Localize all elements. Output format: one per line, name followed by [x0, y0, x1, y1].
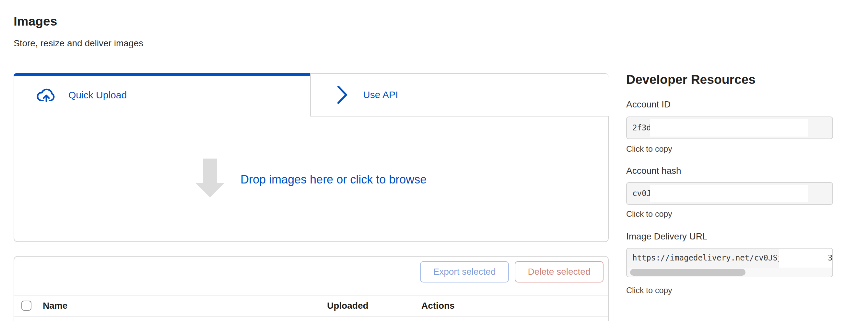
image-delivery-url-copy-hint: Click to copy	[626, 285, 672, 295]
image-delivery-url-field[interactable]: https://imagedelivery.net/cv0JSj 3	[626, 248, 833, 277]
account-hash-field[interactable]: cv0J	[626, 182, 833, 205]
account-hash-copy-hint: Click to copy	[626, 209, 672, 219]
chevron-right-icon	[337, 86, 347, 104]
account-id-label: Account ID	[626, 99, 671, 110]
account-hash-label: Account hash	[626, 165, 681, 176]
delete-selected-button[interactable]: Delete selected	[515, 261, 603, 283]
horizontal-scrollbar-track	[627, 268, 832, 277]
clipped-url-character: 3	[828, 249, 832, 267]
export-selected-button[interactable]: Export selected	[420, 261, 509, 283]
developer-resources-title: Developer Resources	[626, 72, 755, 87]
page-title: Images	[13, 14, 57, 29]
tab-quick-upload-label: Quick Upload	[68, 89, 127, 101]
redaction-overlay	[779, 249, 833, 268]
column-header-name: Name	[43, 300, 67, 311]
table-header-row: Name Uploaded Actions	[14, 295, 608, 317]
tab-use-api[interactable]: Use API	[310, 74, 609, 116]
horizontal-scrollbar-thumb[interactable]	[630, 269, 745, 276]
redaction-overlay	[650, 185, 808, 202]
tab-use-api-label: Use API	[363, 89, 398, 101]
images-page: Images Store, resize and deliver images …	[0, 0, 868, 321]
image-dropzone[interactable]: Drop images here or click to browse	[14, 116, 608, 242]
redaction-overlay	[650, 119, 808, 137]
images-table-card: Export selected Delete selected Name Upl…	[13, 256, 609, 321]
account-id-copy-hint: Click to copy	[626, 144, 672, 154]
select-all-checkbox[interactable]	[21, 300, 31, 311]
image-delivery-url-value: https://imagedelivery.net/cv0JSj	[632, 249, 782, 268]
cloud-upload-icon	[36, 88, 56, 103]
account-id-value: 2f3d	[632, 117, 651, 139]
page-subtitle: Store, resize and deliver images	[13, 38, 143, 48]
column-header-uploaded: Uploaded	[327, 300, 369, 311]
image-delivery-url-label: Image Delivery URL	[626, 231, 708, 242]
dropzone-label: Drop images here or click to browse	[241, 173, 427, 187]
upload-card: Quick Upload Use API Drop images here or…	[13, 73, 609, 242]
tab-quick-upload[interactable]: Quick Upload	[14, 74, 310, 116]
account-hash-value: cv0J	[632, 183, 651, 204]
column-header-actions: Actions	[421, 300, 455, 311]
arrow-down-icon	[196, 158, 224, 198]
account-id-field[interactable]: 2f3d	[626, 116, 833, 139]
